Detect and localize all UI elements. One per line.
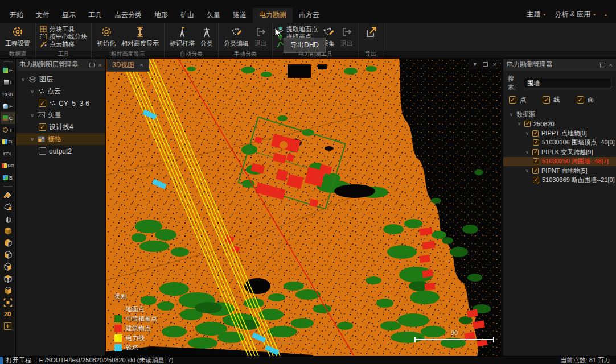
centerline-block-button[interactable]: 按中心线分块 (40, 33, 87, 40)
tree-item-datasource[interactable]: ∨ 数据源 (503, 110, 616, 119)
chevron-down-icon[interactable]: ∨ (30, 89, 35, 94)
view-back[interactable] (1, 272, 15, 284)
filter-point[interactable]: 点 (509, 96, 543, 104)
checkbox[interactable] (543, 96, 550, 104)
chevron-down-icon[interactable]: ∨ (30, 113, 35, 118)
chevron-down-icon[interactable]: ∨ (509, 112, 514, 117)
tree-item-pointcloud-file[interactable]: CY_5_3-6 (16, 97, 105, 109)
checkbox[interactable] (532, 130, 539, 136)
render-mode-time[interactable]: T (1, 124, 15, 136)
filter-area[interactable]: 面 (577, 96, 610, 104)
menu-display[interactable]: 显示 (56, 8, 82, 23)
render-mode-fl[interactable]: FL (1, 136, 15, 148)
float-panel-icon[interactable] (600, 63, 605, 67)
chevron-down-icon[interactable]: ∨ (525, 131, 529, 136)
render-mode-classification[interactable]: C (1, 112, 15, 124)
tree-item-pointcloud-group[interactable]: ∨ 点云 (16, 85, 105, 97)
view-left[interactable] (1, 249, 15, 260)
checkbox[interactable] (39, 147, 46, 155)
render-mode-edl[interactable]: EDL (1, 148, 15, 160)
classify-button[interactable]: 分类 (199, 24, 214, 49)
tree-item-layers[interactable]: ∨ 图层 (16, 73, 105, 85)
float-panel-icon[interactable] (89, 63, 95, 67)
pan-hand-tool[interactable] (1, 213, 15, 225)
menu-tunnel[interactable]: 隧道 (227, 8, 253, 23)
close-tab-icon[interactable]: × (139, 61, 143, 68)
menu-file[interactable]: 文件 (30, 8, 56, 23)
classify-edit-button[interactable]: 分类编辑 (223, 24, 250, 49)
tab-list-dropdown-icon[interactable]: ▼ (473, 61, 478, 67)
menu-terrain[interactable]: 地形 (148, 8, 174, 23)
add-view-button[interactable] (1, 320, 15, 332)
checkbox[interactable] (577, 96, 584, 104)
render-mode-intensity[interactable]: I (1, 76, 15, 88)
point-cloud-scene[interactable] (106, 59, 501, 356)
menu-south-cloud[interactable]: 南方云 (293, 8, 326, 23)
checkbox[interactable] (524, 121, 531, 127)
checkbox[interactable] (533, 158, 539, 164)
tree-item-design-line[interactable]: 设计线4 (16, 121, 105, 133)
chevron-down-icon[interactable]: ∨ (525, 168, 529, 173)
extract-ground-points-button[interactable]: 提取地面点 (277, 26, 318, 33)
view-full-extent[interactable] (1, 296, 15, 308)
thin-pointcloud-button[interactable]: 点云抽稀 (40, 40, 87, 48)
checkbox[interactable] (39, 123, 46, 131)
tree-item-wall-top-points[interactable]: 51030106 围墙顶点--40[0] (503, 138, 616, 148)
menu-power-survey[interactable]: 电力勘测 (253, 8, 293, 23)
view-front[interactable] (1, 237, 15, 249)
initialize-button[interactable]: 初始化 (96, 24, 117, 49)
exit-collect-button[interactable]: 退出 (339, 24, 354, 49)
tree-item-piplk[interactable]: ∨ PIPLK 交叉跨越[9] (503, 147, 616, 157)
float-panel-icon[interactable] (483, 62, 488, 67)
close-panel-icon[interactable]: × (98, 62, 102, 68)
search-input[interactable] (524, 78, 611, 88)
exit-edit-button[interactable]: 退出 (253, 24, 268, 49)
analysis-apps-dropdown[interactable]: 分析 & 应用▾ (555, 10, 596, 19)
viewport-tab-3d[interactable]: 3D视图× (106, 59, 149, 72)
checkbox[interactable] (533, 139, 539, 146)
chevron-down-icon[interactable]: ∨ (20, 77, 26, 82)
view-top[interactable] (1, 225, 15, 237)
select-bucket-tool[interactable] (1, 189, 15, 201)
view-bottom[interactable] (1, 284, 15, 296)
menu-start[interactable]: 开始 (3, 8, 30, 23)
menu-pointcloud-classify[interactable]: 点云分类 (108, 8, 148, 23)
menu-vector[interactable]: 矢量 (200, 8, 227, 23)
tree-item-project[interactable]: ∨ 250820 (503, 119, 616, 129)
view-2d[interactable]: 2D (1, 308, 15, 320)
tree-item-crossing-wall[interactable]: 51030250 跨围墙--48[7] (503, 157, 616, 167)
chevron-down-icon[interactable]: ∨ (30, 136, 35, 142)
menu-tools[interactable]: 工具 (82, 8, 108, 23)
tree-item-pippt[interactable]: ∨ PIPPT 点地物[0] (503, 129, 616, 138)
export-dhd-button[interactable] (363, 24, 379, 49)
relative-height-display-button[interactable]: 相对高度显示 (120, 24, 160, 49)
block-tool-button[interactable]: 分块工具 (40, 26, 87, 33)
chevron-down-icon[interactable]: ∨ (525, 150, 529, 155)
theme-dropdown[interactable]: 主题▾ (527, 10, 545, 19)
menu-mine[interactable]: 矿山 (174, 8, 200, 23)
tree-item-section-wall[interactable]: 51030369 断面围墙--21[0] (503, 176, 616, 185)
mark-tower-button[interactable]: 标记杆塔 (169, 24, 196, 49)
project-settings-button[interactable]: 工程设置 (4, 24, 31, 49)
close-panel-icon[interactable]: × (609, 62, 613, 68)
render-mode-rgb[interactable]: RGB (1, 88, 15, 100)
render-mode-blend[interactable]: B (1, 172, 15, 184)
viewport-3d[interactable]: 3D视图× ▼ × 类别 地面点 中等植被点 建筑物点 电力线 铁塔 90 (106, 59, 501, 356)
render-mode-elevation[interactable]: E (1, 64, 15, 76)
view-right[interactable] (1, 260, 15, 272)
checkbox[interactable] (532, 168, 539, 174)
checkbox[interactable] (39, 100, 46, 107)
tree-item-raster-group[interactable]: ∨ 栅格 (16, 133, 105, 145)
render-mode-fusion[interactable]: F (1, 100, 15, 112)
render-mode-nr[interactable]: NR (1, 160, 15, 172)
collapse-ribbon-button[interactable]: ▴ (605, 12, 607, 17)
checkbox[interactable] (533, 177, 539, 183)
close-panel-icon[interactable]: × (493, 61, 496, 68)
select-polygon-tool[interactable] (1, 201, 15, 213)
checkbox[interactable] (509, 96, 516, 104)
tree-item-vector-group[interactable]: ∨ 矢量 (16, 109, 105, 121)
checkbox[interactable] (532, 149, 539, 155)
tree-item-pipnt[interactable]: ∨ PIPNT 面地物[5] (503, 166, 616, 176)
filter-line[interactable]: 线 (543, 96, 576, 104)
tree-item-output2[interactable]: output2 (16, 145, 105, 157)
